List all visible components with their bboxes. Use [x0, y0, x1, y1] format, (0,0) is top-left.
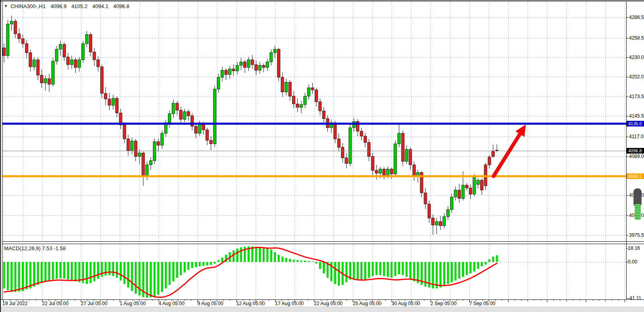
price-axis-label: 4202.0	[629, 74, 644, 80]
macd-indicator-label: MACD(12,26,9) 7.53 -1.58	[4, 245, 66, 251]
trading-chart-window: ▼ CHINA300-,H1 4096.9 4105.2 4094.1 4096…	[0, 0, 644, 312]
time-axis-label: 2 Sep 05:00	[430, 301, 457, 306]
close-value: 4096.8	[113, 3, 129, 9]
price-axis-label: 3975.5	[629, 232, 644, 238]
low-value: 4094.1	[92, 3, 108, 9]
macd-axis-label: -41.11	[628, 295, 641, 301]
symbol-period-label: CHINA300-,H1	[11, 3, 46, 9]
time-axis-label: 22 Aug 05:00	[314, 301, 343, 306]
candles-layer	[3, 16, 498, 235]
price-axis-label: 4089.0	[629, 154, 644, 159]
time-axis-label: 7 Sep 05:00	[469, 301, 496, 306]
high-value: 4105.2	[71, 3, 87, 9]
macd-histogram-layer	[3, 247, 498, 298]
time-axis-label: 12 Aug 05:00	[236, 301, 265, 306]
resistance-line-badge: 4135.0	[627, 121, 644, 126]
macd-axis-label: 18.16	[628, 245, 640, 251]
grid-layer	[2, 2, 626, 299]
time-axis-label: 9 Aug 05:00	[197, 301, 223, 306]
scrollbar-thumb-widget[interactable]	[633, 188, 642, 220]
price-axis-label: 4286.5	[629, 15, 644, 20]
chart-canvas[interactable]	[1, 0, 644, 312]
open-value: 4096.9	[51, 3, 67, 9]
scrollbar-thumb-grip[interactable]	[635, 204, 641, 220]
time-axis-label: 27 Jul 05:00	[81, 301, 107, 306]
time-axis-label: 19 Jul 2022	[2, 301, 28, 306]
window-bottom-strip	[1, 307, 644, 312]
support-line-badge: 4060.1	[627, 173, 644, 179]
time-axis-label: 25 Aug 05:00	[353, 301, 381, 306]
price-axis-label: 4173.5	[629, 94, 644, 99]
price-axis-label: 4258.5	[629, 35, 644, 41]
price-axis-label: 4230.0	[629, 55, 644, 60]
time-axis-label: 17 Aug 05:00	[275, 301, 304, 306]
time-axis-label: 22 Jul 05:00	[42, 301, 68, 306]
chart-frame	[1, 2, 644, 302]
time-axis-label: 30 Aug 05:00	[392, 301, 420, 306]
current-price-line-badge: 4096.8	[627, 148, 644, 154]
price-axis-label: 4117.0	[629, 134, 644, 139]
time-axis-label: 4 Aug 05:00	[159, 301, 184, 306]
symbol-dropdown-icon[interactable]: ▼	[4, 4, 8, 9]
macd-signal-layer	[4, 247, 497, 297]
time-axis-label: 1 Aug 05:00	[120, 301, 146, 306]
chart-title: ▼ CHINA300-,H1 4096.9 4105.2 4094.1 4096…	[4, 3, 129, 9]
price-axis-label: 4145.5	[629, 113, 644, 119]
macd-axis-label: 0.00	[628, 259, 637, 265]
